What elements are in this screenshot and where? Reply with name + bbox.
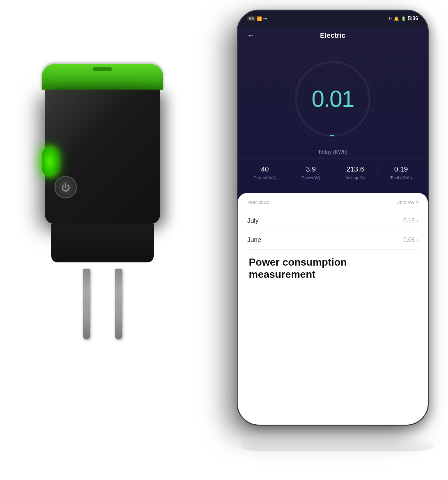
history-value-july: 0.13 ›	[403, 217, 418, 224]
wifi-icon: ▪▪▪	[263, 16, 268, 21]
metric-voltage-label: Voltage(V)	[346, 175, 365, 180]
history-value-june-text: 0.06	[403, 236, 415, 243]
plug-bottom	[51, 224, 154, 262]
metric-total-label: Total (KWh)	[390, 175, 412, 180]
metric-voltage-value: 213.6	[346, 165, 364, 173]
smart-plug	[16, 64, 189, 384]
history-item-july[interactable]: July 0.13 ›	[247, 211, 418, 230]
metric-voltage: 213.6 Voltage(V)	[346, 165, 365, 180]
eye-icon: 👁	[388, 16, 392, 21]
status-time: 5:36	[408, 16, 418, 21]
metric-current-label: Current(mA)	[254, 175, 277, 180]
scene: HD 📶 ▪▪▪ 👁 🔔 🔋 5:36 ← Electric	[0, 0, 448, 480]
gauge-value: 0.01	[312, 87, 354, 110]
hd-badge: HD	[247, 16, 256, 21]
plug-prong-right	[115, 269, 122, 339]
metric-current-value: 40	[261, 165, 269, 173]
marketing-text: Power consumptionmeasurement	[247, 256, 418, 281]
plug-prongs	[83, 266, 122, 339]
unit-label: Unit: kW.h	[396, 199, 418, 205]
plug-top-cap	[42, 64, 163, 90]
smartphone: HD 📶 ▪▪▪ 👁 🔔 🔋 5:36 ← Electric	[237, 10, 438, 451]
metric-total-value: 0.19	[394, 165, 408, 173]
marketing-heading: Power consumptionmeasurement	[249, 256, 417, 281]
back-button[interactable]: ←	[247, 31, 254, 40]
plug-main-body	[45, 90, 160, 224]
app-screen: ← Electric	[238, 27, 428, 425]
history-year-row: Year 2022 Unit: kW.h	[247, 199, 418, 205]
history-value-july-text: 0.13	[403, 217, 415, 224]
app-navbar: ← Electric	[238, 27, 428, 44]
metric-power-value: 3.9	[306, 165, 316, 173]
metric-total: 0.19 Total (KWh)	[390, 165, 412, 180]
metric-divider-1	[289, 166, 289, 179]
app-title: Electric	[320, 31, 346, 40]
metrics-row: 40 Current(mA) 3.9 Power(W) 213.6 Voltag…	[238, 158, 428, 187]
alarm-icon: 🔔	[394, 16, 399, 21]
5g-icon: 📶	[257, 16, 262, 21]
metric-divider-3	[378, 166, 378, 179]
history-month-june: June	[247, 236, 261, 244]
gauge-circle: 0.01	[285, 51, 381, 147]
history-month-july: July	[247, 217, 259, 224]
metric-power-label: Power(W)	[302, 175, 320, 180]
metric-current: 40 Current(mA)	[254, 165, 277, 180]
history-item-june[interactable]: June 0.06 ›	[247, 230, 418, 250]
plug-led-indicator	[42, 147, 58, 176]
metric-power: 3.9 Power(W)	[302, 165, 320, 180]
battery-icon: 🔋	[401, 16, 406, 21]
status-left: HD 📶 ▪▪▪	[247, 16, 268, 21]
gauge-label: Today (KWh)	[318, 149, 347, 155]
phone-reflection	[241, 438, 434, 451]
phone-frame: HD 📶 ▪▪▪ 👁 🔔 🔋 5:36 ← Electric	[237, 10, 429, 426]
metric-divider-2	[333, 166, 333, 179]
gauge-container: 0.01 Today (KWh)	[238, 44, 428, 158]
plug-power-button[interactable]	[54, 176, 77, 198]
history-card: Year 2022 Unit: kW.h July 0.13 › June	[238, 193, 428, 425]
chevron-right-icon-july: ›	[417, 218, 418, 224]
status-right-icons: 👁 🔔 🔋 5:36	[388, 16, 418, 21]
year-label: Year 2022	[247, 199, 269, 205]
status-bar: HD 📶 ▪▪▪ 👁 🔔 🔋 5:36	[238, 11, 428, 27]
chevron-right-icon-june: ›	[417, 237, 418, 243]
plug-prong-left	[83, 269, 90, 339]
history-value-june: 0.06 ›	[403, 236, 418, 243]
plug-body	[38, 64, 167, 262]
